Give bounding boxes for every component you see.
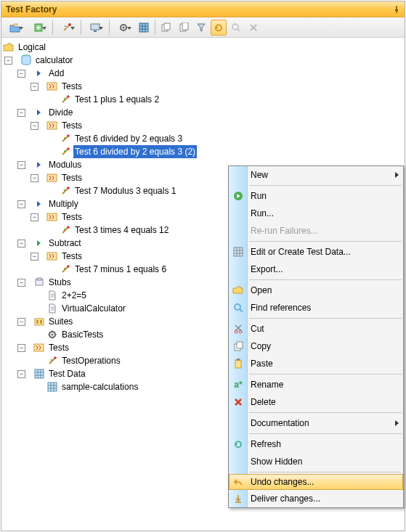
refresh-icon	[232, 438, 245, 451]
chev-blue-icon	[33, 67, 45, 79]
tree-item-label[interactable]: Modulus	[47, 158, 83, 171]
toolbar-open-button[interactable]	[4, 20, 26, 36]
tree-toggle[interactable]: −	[17, 240, 25, 247]
toolbar-new-button[interactable]	[28, 20, 49, 36]
tree-root-label[interactable]: Logical	[17, 41, 47, 54]
toolbar-gear-button[interactable]	[113, 20, 134, 36]
menu-item-label: Delete	[251, 397, 276, 407]
tree-item-label[interactable]: Tests	[60, 119, 84, 132]
tree-toggle[interactable]: −	[17, 370, 25, 378]
toolbar-wand-button[interactable]	[56, 20, 78, 36]
tree-row[interactable]: −Add	[3, 67, 403, 80]
menu-item[interactable]: Deliver changes...	[229, 490, 403, 507]
tree-item-label[interactable]: Divide	[47, 106, 74, 119]
toolbar-close-button[interactable]	[245, 20, 261, 36]
menu-item[interactable]: Refresh	[229, 435, 403, 453]
menu-item[interactable]: Run...	[229, 205, 403, 222]
tree-toggle[interactable]: −	[17, 344, 25, 352]
tree-toggle[interactable]: −	[17, 109, 25, 117]
menu-item[interactable]: Undo changes...	[229, 474, 403, 490]
tree-item-label[interactable]: Test 1 plus 1 equals 2	[73, 93, 161, 106]
tree-item-label[interactable]: Test 3 times 4 equals 12	[73, 224, 170, 237]
grid-icon	[33, 368, 45, 380]
tree-row[interactable]: −Tests	[3, 119, 403, 132]
toolbar-search-button[interactable]	[228, 20, 244, 36]
toolbar-monitor-button[interactable]	[84, 20, 106, 36]
svg-point-16	[64, 98, 65, 99]
tree-item-label[interactable]: Test 6 divided by 2 equals 3	[73, 132, 184, 145]
menu-item[interactable]: Find references	[229, 299, 403, 316]
tree-item-label[interactable]: Add	[47, 67, 65, 80]
svg-point-2	[65, 25, 66, 27]
menu-item[interactable]: New	[229, 166, 403, 184]
tree-toggle[interactable]: −	[17, 279, 25, 287]
tree-item-label[interactable]: calculator	[34, 54, 74, 67]
tree-toggle[interactable]: −	[17, 161, 25, 169]
toolbar-sync-button[interactable]	[211, 20, 227, 36]
tree-item-label[interactable]: Test Data	[47, 367, 87, 380]
svg-point-40	[51, 359, 52, 361]
svg-rect-42	[48, 382, 57, 391]
svg-rect-35	[40, 320, 42, 324]
tree-toggle[interactable]: −	[31, 174, 38, 182]
menu-item[interactable]: Documentation	[229, 414, 403, 432]
tree-toggle[interactable]: −	[31, 213, 38, 221]
tree-row[interactable]: Test 6 divided by 2 equals 3	[3, 132, 403, 145]
tree-item-label[interactable]: BasicTests	[60, 328, 105, 341]
menu-item[interactable]: Edit or Create Test Data...	[229, 243, 403, 261]
svg-rect-33	[35, 319, 44, 325]
menu-item-label: Run	[251, 191, 267, 201]
tree-row[interactable]: −Divide	[3, 106, 403, 119]
tree-item-label[interactable]: TestOperations	[60, 354, 122, 367]
menu-item[interactable]: Show Hidden	[229, 453, 403, 470]
tree-toggle[interactable]: −	[31, 83, 38, 91]
tree-toggle[interactable]: −	[31, 122, 38, 130]
toolbar-copy-multi-button[interactable]	[158, 20, 174, 36]
toolbar-filter-button[interactable]	[193, 20, 209, 36]
tree-toggle[interactable]: −	[31, 253, 38, 261]
tree-item-label[interactable]: Tests	[47, 341, 70, 354]
window-title: Test Factory	[6, 4, 57, 15]
tree-item-label[interactable]: Test 7 minus 1 equals 6	[73, 263, 168, 276]
tree-toggle-none	[31, 331, 38, 339]
tree-toggle[interactable]: −	[4, 57, 12, 65]
tree-toggle[interactable]: −	[17, 200, 25, 208]
tree-toggle-none	[31, 357, 38, 365]
menu-item[interactable]: Cut	[229, 320, 403, 337]
tree-item-label[interactable]: 2+2=5	[60, 289, 88, 302]
tree-row[interactable]: −calculator	[3, 54, 403, 67]
menu-item[interactable]: Run	[229, 187, 403, 205]
tree-item-label[interactable]: sample-calculations	[60, 380, 139, 393]
tree-item-label[interactable]: Stubs	[47, 276, 73, 289]
svg-point-30	[64, 268, 65, 269]
tree-item-label[interactable]: Tests	[60, 250, 84, 263]
tree-row[interactable]: −Tests	[3, 80, 403, 93]
toolbar-grid-button[interactable]	[136, 20, 152, 36]
chev-blue-icon	[33, 107, 45, 118]
menu-item[interactable]: a*Rename	[229, 376, 403, 393]
tree-item-label[interactable]: Subtract	[47, 237, 83, 250]
tree-row[interactable]: Test 6 divided by 2 equals 3 (2)	[3, 145, 403, 158]
tree-item-label[interactable]: Multiply	[47, 197, 80, 210]
toolbar-copy-button[interactable]	[176, 20, 192, 36]
pin-icon[interactable]	[393, 6, 400, 13]
tree-item-label[interactable]: Tests	[60, 171, 84, 184]
tree-row[interactable]: Test 1 plus 1 equals 2	[3, 93, 403, 106]
tree-item-label[interactable]: Test 6 divided by 2 equals 3 (2)	[73, 145, 197, 158]
menu-item: Re-run Failures...	[229, 222, 403, 240]
menu-item[interactable]: Paste	[229, 355, 403, 372]
menu-item[interactable]: Delete	[229, 393, 403, 411]
svg-point-19	[64, 137, 65, 139]
menu-item[interactable]: Export...	[229, 261, 403, 278]
tree-toggle[interactable]: −	[17, 70, 25, 78]
tree-item-label[interactable]: Tests	[60, 210, 84, 224]
tree-item-label[interactable]: VirtualCalculator	[60, 302, 127, 315]
menu-item[interactable]: Copy	[229, 337, 403, 355]
tree-item-label[interactable]: Suites	[47, 315, 74, 328]
tree-toggle[interactable]: −	[17, 318, 25, 326]
menu-item[interactable]: Open	[229, 282, 403, 299]
svg-rect-51	[237, 359, 240, 361]
tree-item-label[interactable]: Tests	[60, 80, 84, 93]
menu-item-label: Cut	[251, 324, 264, 334]
tree-item-label[interactable]: Test 7 Modulus 3 equals 1	[73, 184, 177, 197]
